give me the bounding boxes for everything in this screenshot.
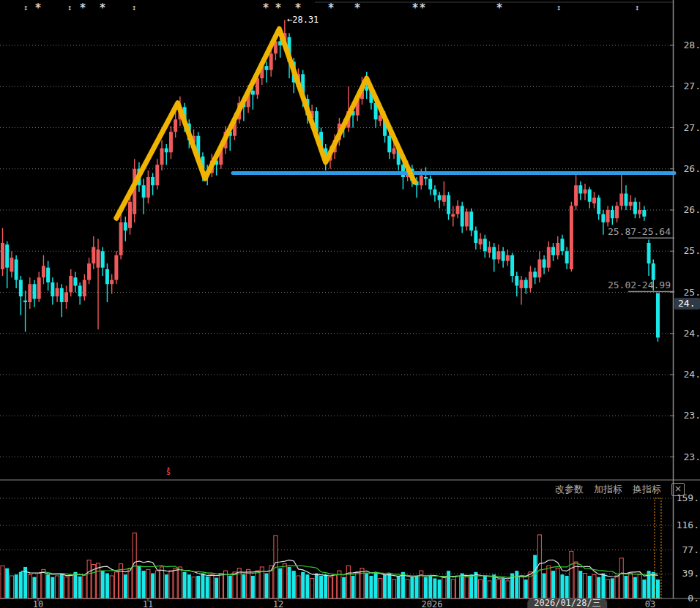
candle-body — [565, 251, 569, 263]
menu-switch-indicator[interactable]: 换指标 — [633, 483, 661, 496]
volume-bar — [264, 574, 268, 598]
volume-bar — [201, 574, 204, 598]
event-star-icon[interactable]: * — [34, 3, 41, 13]
volume-bar — [315, 574, 319, 598]
event-star-icon[interactable]: * — [99, 3, 105, 13]
candle-body — [520, 280, 524, 288]
volume-bar — [160, 567, 164, 598]
gap-annotation: 25.02-24.99 — [583, 279, 671, 290]
event-star-icon[interactable]: * — [412, 3, 418, 13]
candle-body — [633, 202, 637, 214]
volume-bar — [128, 568, 132, 598]
event-updown-icon[interactable]: ↕ — [556, 3, 562, 13]
volume-bar — [565, 576, 569, 598]
price-axis-tick: 26. — [677, 205, 700, 215]
time-axis-tick: 2026 — [422, 599, 443, 608]
candle-body — [533, 271, 537, 277]
menu-add-indicator[interactable]: 加指标 — [594, 483, 622, 496]
volume-bar — [574, 562, 578, 598]
event-updown-icon[interactable]: ↕ — [67, 3, 72, 13]
volume-bar — [633, 577, 637, 598]
volume-bar — [19, 572, 23, 598]
volume-bar — [578, 571, 582, 598]
candle-body — [251, 91, 255, 95]
candle-body — [474, 230, 477, 243]
event-star-icon[interactable]: * — [79, 3, 86, 13]
volume-bar — [442, 577, 446, 598]
volume-bar — [428, 576, 432, 598]
event-updown-icon[interactable]: ↕ — [132, 3, 137, 13]
volume-bar — [64, 577, 68, 598]
volume-bar — [479, 579, 483, 598]
volume-bar — [642, 579, 646, 598]
volume-bar — [206, 577, 209, 598]
sell-label: S — [164, 470, 173, 476]
volume-bar — [305, 574, 309, 598]
volume-bar — [374, 572, 378, 598]
candle-body — [428, 179, 432, 189]
volume-bar — [28, 574, 31, 598]
candle-body — [656, 293, 660, 338]
event-star-icon[interactable]: * — [294, 3, 301, 13]
volume-bar — [656, 579, 660, 598]
candle-body — [483, 239, 487, 251]
time-axis-tick: 12 — [273, 599, 283, 608]
volume-bar — [251, 576, 255, 598]
price-axis-tick: 23. — [677, 452, 700, 462]
volume-bar — [210, 574, 214, 598]
candle-body — [647, 243, 651, 263]
candle-body — [10, 258, 13, 271]
candle-body — [510, 255, 514, 276]
volume-bar — [146, 569, 150, 598]
event-star-icon[interactable]: * — [275, 3, 281, 13]
volume-bar — [592, 574, 596, 598]
candle-body — [114, 255, 118, 280]
event-updown-icon[interactable]: ↕ — [635, 3, 640, 13]
volume-bar — [638, 574, 641, 598]
candle-body — [78, 286, 82, 297]
event-updown-icon[interactable]: ↕ — [23, 3, 29, 13]
price-axis-tick: 25. — [677, 288, 700, 298]
candle-body — [387, 136, 391, 153]
volume-bar — [383, 574, 387, 598]
volume-bar — [401, 572, 405, 598]
candle-body — [492, 247, 496, 260]
volume-bar — [114, 572, 118, 598]
candle-body — [451, 214, 455, 217]
close-icon[interactable]: × — [671, 483, 685, 496]
candlestick-chart[interactable] — [0, 0, 700, 608]
candle-body — [479, 239, 483, 244]
volume-bar — [192, 577, 196, 598]
candle-body — [638, 210, 641, 214]
volume-bar — [283, 564, 286, 598]
menu-change-params[interactable]: 改参数 — [555, 483, 584, 496]
volume-bar — [560, 574, 564, 598]
candle-body — [574, 185, 578, 206]
candle-body — [46, 268, 50, 282]
candle-body — [73, 277, 77, 285]
event-star-icon[interactable]: * — [327, 3, 334, 13]
zigzag-pattern-drawing[interactable] — [116, 29, 414, 219]
volume-bar — [379, 578, 382, 598]
event-star-icon[interactable]: * — [496, 3, 502, 13]
event-star-icon[interactable]: * — [354, 3, 360, 13]
volume-bar — [319, 576, 323, 598]
candle-body — [105, 269, 109, 284]
candle-body — [174, 119, 177, 132]
candle-body — [119, 222, 123, 255]
candle-body — [37, 277, 41, 299]
candle-body — [642, 210, 646, 217]
event-star-icon[interactable]: * — [262, 3, 269, 13]
volume-bar — [87, 560, 91, 598]
volume-bar — [606, 579, 610, 598]
event-star-icon[interactable]: * — [419, 3, 425, 13]
candle-body — [461, 206, 464, 226]
time-axis-tick: 03 — [645, 599, 655, 608]
candle-body — [124, 222, 127, 230]
volume-bar — [33, 577, 37, 598]
candle-body — [33, 284, 37, 299]
candle-body — [151, 177, 154, 185]
volume-bar — [324, 574, 327, 598]
volume-bar — [342, 577, 346, 598]
candle-body — [611, 210, 614, 218]
